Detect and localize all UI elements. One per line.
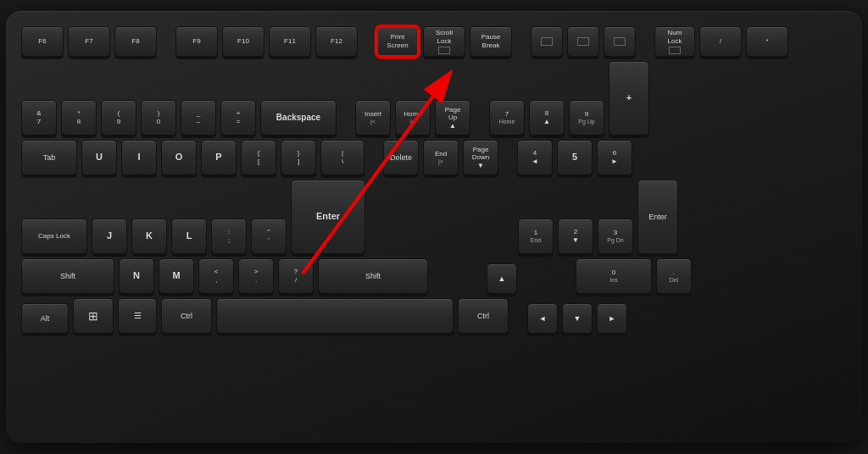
key-num-9-pgup[interactable]: 9 Pg Up <box>569 100 604 136</box>
key-led-2 <box>567 26 599 57</box>
key-num-plus[interactable]: + <box>609 61 649 136</box>
key-led-3 <box>604 26 636 57</box>
key-led-1 <box>531 26 563 57</box>
key-lparen-9[interactable]: ( 9 <box>101 100 136 136</box>
shift-row: Shift N M < , > . ? / Shift ▲ 0 Ins . De… <box>21 258 847 294</box>
key-f12[interactable]: F12 <box>315 26 358 57</box>
key-underscore-minus[interactable]: _ – <box>181 100 216 136</box>
asdf-row: Caps Lock J K L : ; " ' Enter 1 End 2 ▼ … <box>21 180 847 254</box>
key-num-3-pgdn[interactable]: 3 Pg Dn <box>598 219 633 254</box>
key-gt-period[interactable]: > . <box>238 258 274 294</box>
key-num-5[interactable]: 5 <box>557 140 593 175</box>
key-num-1-end[interactable]: 1 End <box>518 219 554 254</box>
key-m[interactable]: M <box>159 258 194 294</box>
bottom-row: Alt ⊞ ☰ Ctrl Ctrl ◄ ▼ ► <box>21 298 847 334</box>
key-right-ctrl[interactable]: Ctrl <box>161 298 212 334</box>
key-num-divide[interactable]: / <box>699 26 742 57</box>
key-page-up[interactable]: Page Up ▲ <box>435 100 470 136</box>
key-left-win[interactable]: ⊞ <box>73 298 114 334</box>
key-f10[interactable]: F10 <box>222 26 264 57</box>
key-num-enter[interactable]: Enter <box>637 180 678 254</box>
key-l[interactable]: L <box>171 219 207 254</box>
key-quote-apostrophe[interactable]: " ' <box>251 219 287 254</box>
key-right-shift[interactable]: Shift <box>318 258 428 294</box>
key-num-dot-del[interactable]: . Del <box>656 258 692 294</box>
key-i[interactable]: I <box>121 140 157 175</box>
key-star-8[interactable]: * 8 <box>61 100 97 136</box>
key-p[interactable]: P <box>201 140 236 175</box>
key-numlock-area: Num Lock <box>654 26 695 57</box>
key-num-2-down[interactable]: 2 ▼ <box>558 219 593 254</box>
key-scroll-lock[interactable]: Scroll Lock <box>423 26 465 57</box>
key-home[interactable]: Home |< <box>395 100 431 136</box>
key-lt-comma[interactable]: < , <box>198 258 234 294</box>
key-print-screen[interactable]: Print Screen <box>376 26 419 57</box>
key-f11[interactable]: F11 <box>269 26 311 57</box>
key-rparen-0[interactable]: ) 0 <box>141 100 176 136</box>
key-caps-lock[interactable]: Caps Lock <box>21 219 87 254</box>
keyboard: F6 F7 F8 F9 F10 F11 F12 Print Screen Scr… <box>6 11 862 443</box>
key-j[interactable]: J <box>92 219 127 254</box>
key-menu[interactable]: ☰ <box>118 298 157 334</box>
key-f7[interactable]: F7 <box>68 26 110 57</box>
key-arrow-up[interactable]: ▲ <box>487 263 517 294</box>
key-left-alt[interactable]: Alt <box>21 303 69 334</box>
fn-key-row: F6 F7 F8 F9 F10 F11 F12 Print Screen Scr… <box>21 26 847 57</box>
key-page-down[interactable]: Page Down ▼ <box>463 140 498 175</box>
key-pause-break[interactable]: Pause Break <box>470 26 512 57</box>
key-u[interactable]: U <box>81 140 117 175</box>
key-left-shift[interactable]: Shift <box>21 258 114 294</box>
number-key-row: & 7 * 8 ( 9 ) 0 _ – + = Backspace Insert <box>21 61 847 136</box>
key-k[interactable]: K <box>131 219 167 254</box>
key-lbrace[interactable]: { [ <box>241 140 276 175</box>
key-amp-7[interactable]: & 7 <box>21 100 57 136</box>
key-question-slash[interactable]: ? / <box>278 258 314 294</box>
key-backspace[interactable]: Backspace <box>260 100 337 136</box>
key-tab[interactable]: Tab <box>21 140 77 175</box>
key-f8[interactable]: F8 <box>114 26 157 57</box>
key-insert[interactable]: Insert |< <box>355 100 391 136</box>
key-delete[interactable]: Delete <box>383 140 419 175</box>
key-pipe-backslash[interactable]: | \ <box>320 140 364 175</box>
key-plus-equals[interactable]: + = <box>220 100 256 136</box>
key-enter[interactable]: Enter <box>291 180 365 254</box>
key-arrow-down[interactable]: ▼ <box>562 303 593 334</box>
key-num-4-left[interactable]: 4 ◄ <box>517 140 553 175</box>
key-arrow-left[interactable]: ◄ <box>527 303 558 334</box>
key-o[interactable]: O <box>161 140 197 175</box>
key-colon-semicolon[interactable]: : ; <box>211 219 247 254</box>
key-num-7-home[interactable]: 7 Home <box>489 100 525 136</box>
key-f6[interactable]: F6 <box>21 26 64 57</box>
key-n[interactable]: N <box>119 258 154 294</box>
key-num-multiply[interactable]: * <box>746 26 788 57</box>
key-num-6-right[interactable]: 6 ► <box>597 140 632 175</box>
key-arrow-right[interactable]: ► <box>597 303 627 334</box>
key-rbrace[interactable]: } ] <box>281 140 316 175</box>
key-left-ctrl[interactable]: Ctrl <box>458 298 509 334</box>
key-end[interactable]: End |> <box>423 140 459 175</box>
key-num-0-ins[interactable]: 0 Ins <box>576 258 652 294</box>
key-space[interactable] <box>216 298 453 334</box>
key-num-8-up[interactable]: 8 ▲ <box>529 100 565 136</box>
qwerty-row: Tab U I O P { [ } ] | \ Delete End |> Pa… <box>21 140 847 175</box>
key-f9[interactable]: F9 <box>175 26 218 57</box>
